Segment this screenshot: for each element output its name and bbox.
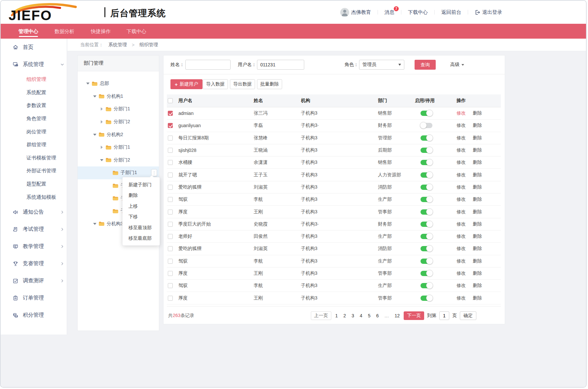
tree-node-分机构1[interactable]: 分机构1 bbox=[78, 90, 159, 103]
nav-tab-1[interactable]: 管理中心 bbox=[14, 24, 43, 39]
sidebar-item-通知公告[interactable]: 通知公告 bbox=[1, 204, 67, 221]
tree-node-分部门2[interactable]: 分部门2 bbox=[78, 116, 159, 128]
context-menu-item-删除[interactable]: 删除 bbox=[123, 190, 160, 200]
caret-collapsed-icon[interactable] bbox=[99, 107, 104, 111]
goto-confirm-button[interactable]: 确定 bbox=[460, 311, 476, 320]
enable-toggle[interactable] bbox=[421, 259, 432, 264]
delete-link[interactable]: 删除 bbox=[473, 246, 482, 252]
caret-expanded-icon[interactable] bbox=[99, 159, 104, 161]
enable-toggle[interactable] bbox=[421, 160, 432, 165]
delete-link[interactable]: 删除 bbox=[473, 184, 482, 190]
row-checkbox[interactable] bbox=[168, 246, 173, 251]
row-checkbox[interactable] bbox=[168, 148, 173, 153]
tree-node-总部[interactable]: 总部 bbox=[78, 77, 159, 90]
advanced-filter-toggle[interactable]: 高级 bbox=[450, 62, 464, 68]
tree-node-分部门1[interactable]: 分部门1 bbox=[78, 103, 159, 116]
username-filter-input[interactable] bbox=[257, 60, 304, 70]
row-checkbox[interactable] bbox=[168, 259, 173, 264]
delete-link[interactable]: 删除 bbox=[473, 110, 482, 116]
edit-link[interactable]: 修改 bbox=[457, 246, 466, 252]
enable-toggle[interactable] bbox=[421, 283, 432, 288]
row-checkbox[interactable] bbox=[168, 271, 173, 276]
edit-link[interactable]: 修改 bbox=[457, 209, 466, 215]
edit-link[interactable]: 修改 bbox=[457, 258, 466, 264]
edit-link[interactable]: 修改 bbox=[457, 147, 466, 153]
delete-link[interactable]: 删除 bbox=[473, 135, 482, 141]
sidebar-item-证书模板管理[interactable]: 证书模板管理 bbox=[1, 152, 67, 165]
import-data-button[interactable]: 导入数据 bbox=[203, 79, 228, 89]
sidebar-item-调查测评[interactable]: 调查测评 bbox=[1, 272, 67, 290]
select-all-checkbox[interactable] bbox=[168, 98, 173, 103]
context-menu-item-新建子部门[interactable]: 新建子部门 bbox=[123, 179, 160, 190]
enable-toggle[interactable] bbox=[421, 197, 432, 202]
role-select[interactable]: 管理员 bbox=[359, 60, 404, 70]
nav-tab-4[interactable]: 下载中心 bbox=[122, 24, 151, 39]
enable-toggle[interactable] bbox=[421, 209, 432, 215]
delete-link[interactable]: 删除 bbox=[473, 233, 482, 239]
sidebar-item-系统配置[interactable]: 系统配置 bbox=[1, 86, 67, 99]
row-checkbox[interactable] bbox=[168, 197, 173, 202]
edit-link[interactable]: 修改 bbox=[457, 233, 466, 239]
next-page-button[interactable]: 下一页 bbox=[404, 311, 424, 320]
enable-toggle[interactable] bbox=[421, 148, 432, 153]
enable-toggle[interactable] bbox=[421, 185, 432, 190]
sidebar-item-订单管理[interactable]: 订单管理 bbox=[1, 290, 67, 307]
caret-collapsed-icon[interactable] bbox=[99, 120, 104, 124]
page-number-6[interactable]: 6 bbox=[375, 313, 380, 318]
row-checkbox[interactable] bbox=[168, 283, 173, 288]
page-number-5[interactable]: 5 bbox=[367, 313, 372, 318]
delete-link[interactable]: 删除 bbox=[473, 196, 482, 202]
row-checkbox[interactable] bbox=[168, 172, 173, 177]
row-checkbox[interactable] bbox=[168, 135, 173, 140]
enable-toggle[interactable] bbox=[421, 271, 432, 276]
sidebar-item-外部证书管理[interactable]: 外部证书管理 bbox=[1, 164, 67, 178]
page-number-1[interactable]: 1 bbox=[334, 313, 339, 318]
enable-toggle[interactable] bbox=[421, 246, 432, 251]
back-to-front-link[interactable]: 返回前台 bbox=[441, 9, 461, 16]
delete-link[interactable]: 删除 bbox=[473, 221, 482, 227]
caret-collapsed-icon[interactable] bbox=[99, 146, 104, 149]
row-checkbox[interactable] bbox=[168, 296, 173, 301]
name-filter-input[interactable] bbox=[185, 60, 231, 70]
edit-link[interactable]: 修改 bbox=[457, 159, 466, 165]
tree-node-分部门2[interactable]: 分部门2 bbox=[78, 154, 159, 167]
sidebar-item-竞赛管理[interactable]: 竞赛管理 bbox=[1, 255, 67, 272]
delete-link[interactable]: 删除 bbox=[473, 172, 482, 178]
delete-link[interactable]: 删除 bbox=[473, 147, 482, 153]
messages-link[interactable]: 消息 7 bbox=[385, 9, 394, 16]
row-checkbox[interactable] bbox=[168, 185, 173, 190]
sidebar-item-积分管理[interactable]: 积分管理 bbox=[1, 307, 67, 324]
breadcrumb-item-system[interactable]: 系统管理 bbox=[108, 42, 127, 48]
caret-expanded-icon[interactable] bbox=[86, 83, 90, 85]
enable-toggle[interactable] bbox=[421, 296, 432, 301]
sidebar-item-题型配置[interactable]: 题型配置 bbox=[1, 178, 67, 191]
sidebar-item-首页[interactable]: 首页 bbox=[1, 39, 67, 56]
sidebar-item-教学管理[interactable]: 教学管理 bbox=[1, 238, 67, 255]
page-number-12[interactable]: 12 bbox=[393, 313, 401, 318]
search-button[interactable]: 查询 bbox=[415, 60, 436, 70]
sidebar-item-系统管理[interactable]: 系统管理 bbox=[1, 56, 67, 73]
row-checkbox[interactable] bbox=[168, 111, 173, 116]
context-menu-item-移至最顶部[interactable]: 移至最顶部 bbox=[123, 222, 160, 233]
nav-tab-3[interactable]: 快捷操作 bbox=[87, 24, 115, 39]
batch-delete-button[interactable]: 批量删除 bbox=[257, 79, 282, 89]
goto-page-input[interactable] bbox=[439, 311, 449, 320]
row-checkbox[interactable] bbox=[168, 234, 173, 239]
edit-link[interactable]: 修改 bbox=[457, 135, 466, 141]
page-number-2[interactable]: 2 bbox=[342, 313, 347, 318]
enable-toggle[interactable] bbox=[421, 111, 432, 116]
user-menu[interactable]: 杰佛教育 bbox=[340, 8, 371, 17]
new-user-button[interactable]: + 新建用户 bbox=[170, 79, 202, 89]
tree-node-分机构2[interactable]: 分机构2 bbox=[78, 128, 159, 141]
edit-link[interactable]: 修改 bbox=[457, 283, 466, 289]
nav-tab-2[interactable]: 数据分析 bbox=[50, 24, 79, 39]
edit-link[interactable]: 修改 bbox=[457, 196, 466, 202]
page-number-4[interactable]: 4 bbox=[359, 313, 363, 318]
sidebar-item-组织管理[interactable]: 组织管理 bbox=[1, 73, 67, 86]
delete-link[interactable]: 删除 bbox=[473, 295, 482, 301]
download-center-link[interactable]: 下载中心 bbox=[408, 9, 428, 16]
caret-expanded-icon[interactable] bbox=[92, 95, 97, 97]
context-menu-item-移至最底部[interactable]: 移至最底部 bbox=[123, 233, 160, 243]
prev-page-button[interactable]: 上一页 bbox=[311, 311, 331, 320]
sidebar-item-群组管理[interactable]: 群组管理 bbox=[1, 138, 67, 152]
